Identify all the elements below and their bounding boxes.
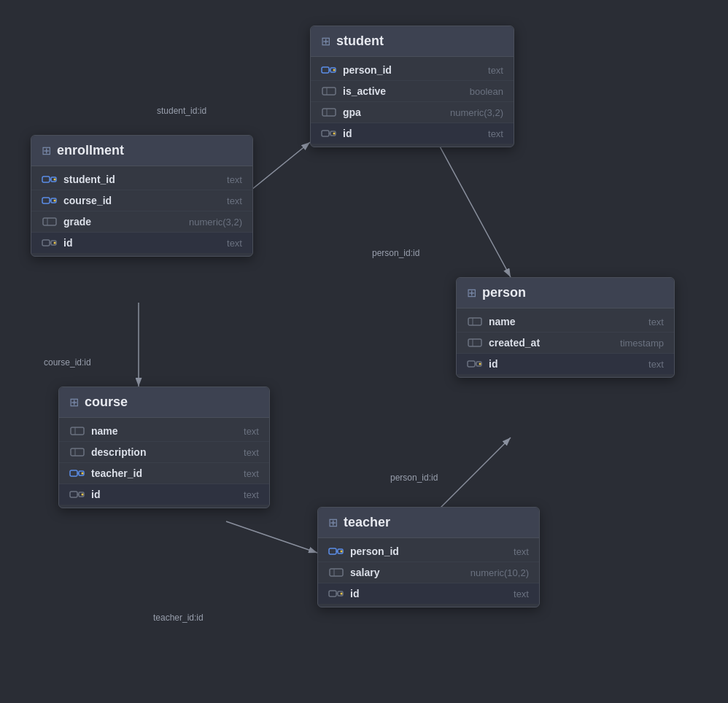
field-name: course_id bbox=[63, 195, 221, 206]
field-name: created_at bbox=[489, 337, 614, 349]
svg-line-1 bbox=[252, 142, 310, 190]
table-course-icon: ⊞ bbox=[69, 395, 79, 409]
field-type: text bbox=[244, 447, 259, 458]
field-type: text bbox=[648, 359, 664, 370]
label-teacher-id: teacher_id:id bbox=[153, 613, 204, 623]
field-row: is_active boolean bbox=[311, 81, 514, 102]
table-teacher-title: teacher bbox=[344, 515, 390, 530]
field-name: id bbox=[343, 128, 482, 139]
field-type: numeric(3,2) bbox=[189, 217, 242, 228]
svg-rect-40 bbox=[71, 427, 84, 435]
field-icon bbox=[69, 446, 85, 458]
table-person-title: person bbox=[482, 285, 526, 300]
table-enrollment-header: ⊞ enrollment bbox=[31, 136, 252, 166]
field-row: description text bbox=[59, 442, 269, 463]
field-row-pk: id text bbox=[59, 484, 269, 505]
table-enrollment: ⊞ enrollment student_id text course_id t… bbox=[31, 135, 253, 257]
svg-point-17 bbox=[333, 133, 336, 135]
field-name: salary bbox=[350, 567, 465, 578]
field-row: teacher_id text bbox=[59, 463, 269, 484]
svg-point-47 bbox=[82, 473, 84, 475]
field-type: text bbox=[244, 426, 259, 437]
svg-rect-14 bbox=[322, 131, 329, 136]
table-teacher-header: ⊞ teacher bbox=[318, 508, 539, 538]
fk-icon bbox=[42, 174, 58, 185]
field-icon bbox=[321, 106, 337, 118]
field-type: text bbox=[227, 195, 242, 206]
field-name: student_id bbox=[63, 174, 221, 185]
field-type: text bbox=[488, 65, 503, 76]
field-icon bbox=[321, 85, 337, 97]
svg-rect-6 bbox=[322, 67, 329, 73]
fk-icon bbox=[69, 467, 85, 479]
field-row-pk: id text bbox=[311, 123, 514, 144]
svg-point-61 bbox=[341, 593, 343, 595]
svg-point-25 bbox=[54, 200, 56, 202]
field-type: boolean bbox=[470, 86, 503, 97]
field-type: text bbox=[244, 489, 259, 500]
field-row: person_id text bbox=[311, 60, 514, 81]
table-person: ⊞ person name text created_at timestamp bbox=[456, 277, 675, 378]
table-student: ⊞ student person_id text is_active boole… bbox=[310, 26, 514, 147]
field-type: text bbox=[227, 238, 242, 249]
field-row: grade numeric(3,2) bbox=[31, 211, 252, 233]
field-name: id bbox=[91, 489, 238, 500]
field-name: is_active bbox=[343, 85, 464, 97]
field-name: description bbox=[91, 446, 238, 458]
table-teacher-icon: ⊞ bbox=[328, 516, 338, 529]
field-row-pk: id text bbox=[318, 583, 539, 604]
field-type: timestamp bbox=[620, 338, 664, 349]
fk-icon bbox=[42, 195, 58, 206]
field-name: id bbox=[350, 588, 508, 599]
svg-rect-36 bbox=[468, 361, 475, 367]
field-type: text bbox=[648, 316, 664, 327]
field-type: text bbox=[514, 589, 529, 599]
field-row: name text bbox=[457, 311, 674, 333]
pk-icon bbox=[467, 358, 483, 370]
pk-icon bbox=[69, 489, 85, 500]
svg-rect-56 bbox=[330, 569, 343, 576]
field-row: name text bbox=[59, 421, 269, 442]
pk-icon bbox=[321, 128, 337, 139]
svg-rect-22 bbox=[42, 198, 50, 203]
table-student-title: student bbox=[336, 34, 384, 49]
table-person-icon: ⊞ bbox=[467, 286, 476, 300]
field-row-pk: id text bbox=[31, 233, 252, 253]
field-name: grade bbox=[63, 216, 183, 228]
table-student-icon: ⊞ bbox=[321, 34, 330, 48]
field-row: person_id text bbox=[318, 541, 539, 562]
label-person-id-teacher: person_id:id bbox=[390, 473, 438, 483]
field-row: student_id text bbox=[31, 169, 252, 190]
field-row: course_id text bbox=[31, 190, 252, 211]
svg-line-4 bbox=[226, 521, 317, 553]
field-type: text bbox=[488, 128, 503, 139]
field-icon bbox=[42, 216, 58, 228]
fk-icon bbox=[321, 64, 337, 76]
table-enrollment-fields: student_id text course_id text grade num… bbox=[31, 166, 252, 256]
field-type: numeric(3,2) bbox=[450, 107, 503, 118]
field-name: teacher_id bbox=[91, 467, 238, 479]
field-type: text bbox=[244, 468, 259, 479]
field-name: id bbox=[489, 358, 643, 370]
pk-icon bbox=[42, 237, 58, 249]
table-person-header: ⊞ person bbox=[457, 278, 674, 308]
svg-rect-52 bbox=[329, 548, 336, 554]
svg-rect-32 bbox=[468, 318, 481, 325]
svg-rect-26 bbox=[43, 218, 56, 225]
table-teacher: ⊞ teacher person_id text salary numeric(… bbox=[317, 507, 540, 607]
diagram-canvas: student_id:id person_id:id course_id:id … bbox=[0, 0, 728, 703]
svg-point-31 bbox=[54, 242, 56, 244]
field-icon bbox=[69, 425, 85, 437]
field-row: created_at timestamp bbox=[457, 333, 674, 354]
field-type: numeric(10,2) bbox=[471, 567, 529, 578]
table-teacher-fields: person_id text salary numeric(10,2) id t… bbox=[318, 538, 539, 607]
field-type: text bbox=[227, 174, 242, 185]
svg-rect-18 bbox=[42, 176, 50, 182]
field-row-pk: id text bbox=[457, 354, 674, 374]
table-person-fields: name text created_at timestamp id text bbox=[457, 308, 674, 377]
field-type: text bbox=[514, 546, 529, 557]
field-name: person_id bbox=[343, 64, 482, 76]
table-course-header: ⊞ course bbox=[59, 387, 269, 418]
svg-rect-44 bbox=[70, 470, 77, 476]
svg-point-9 bbox=[333, 69, 336, 71]
